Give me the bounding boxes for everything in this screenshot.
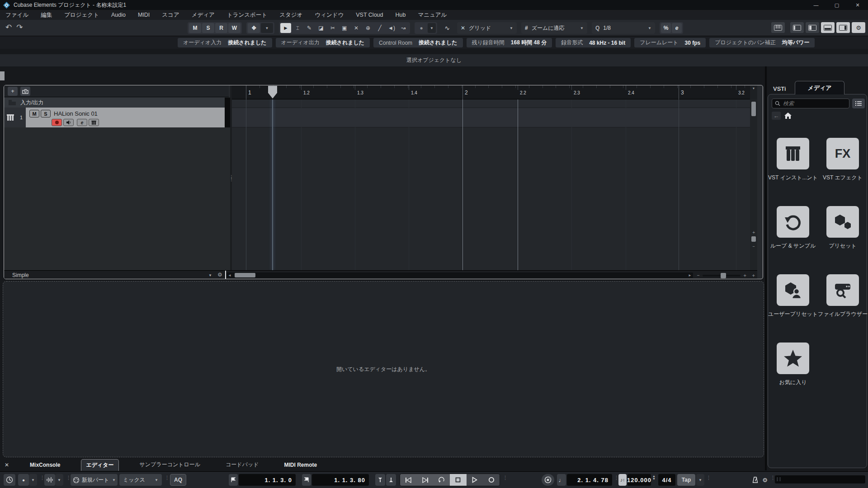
tool-color[interactable]: ↝ — [398, 23, 409, 33]
tool-mute[interactable]: ✕ — [351, 23, 362, 33]
preset-dropdown-caret[interactable]: ▼ — [208, 273, 212, 277]
menu-item-6[interactable]: メディア — [192, 11, 215, 19]
folder-track-row[interactable]: 入力/出力 — [4, 98, 225, 108]
menu-item-11[interactable]: Hub — [396, 12, 406, 18]
tool-line[interactable]: ╱ — [374, 23, 385, 33]
record-mode-dropdown[interactable]: ▼ — [29, 474, 37, 486]
info-chip-1[interactable]: オーディオ出力接続されました — [276, 38, 370, 47]
tool-erase[interactable]: ◪ — [316, 23, 326, 33]
info-chip-4[interactable]: 録音形式48 kHz - 16 bit — [556, 38, 631, 47]
left-divider-handle[interactable] — [0, 71, 5, 80]
snap-icon[interactable]: ✕ — [461, 25, 465, 31]
tempo-track-toggle-icon[interactable]: ♪↕ — [618, 474, 627, 486]
tool-play[interactable]: ◄) — [386, 23, 397, 33]
tempo-dropdown[interactable]: ▼ — [696, 474, 704, 486]
info-chip-3[interactable]: 残り録音時間168 時間 48 分 — [467, 38, 552, 47]
monitor-button[interactable] — [63, 119, 74, 126]
automation-m-button[interactable]: M — [189, 23, 201, 33]
lower-zone-tab-4[interactable]: MIDI Remote — [279, 460, 321, 470]
horizontal-zoom-controls[interactable]: － ＋ — [696, 272, 747, 279]
track-list-empty-area[interactable] — [4, 127, 230, 270]
tool-draw[interactable]: ✎ — [304, 23, 315, 33]
midi-record-mode-dropdown[interactable]: 新規パート ▼ — [71, 474, 118, 486]
media-home-icon[interactable] — [784, 113, 792, 119]
left-locator-display[interactable]: 1. 1. 3. 0 — [239, 474, 296, 486]
track-mute-button[interactable]: M — [29, 110, 39, 117]
track-setup-gear-icon[interactable]: ⚙ — [217, 272, 222, 278]
tool-glue[interactable]: ▣ — [339, 23, 350, 33]
setup-toolbar-gear-icon[interactable]: ⚙ — [852, 22, 865, 33]
horizontal-zoom-knob[interactable] — [721, 273, 726, 278]
tab-media[interactable]: メディア — [795, 81, 844, 94]
tap-tempo-button[interactable]: Tap — [677, 474, 695, 486]
tempo-spinner[interactable]: ▲▼ — [652, 475, 656, 480]
cycle-button[interactable] — [433, 474, 450, 486]
menu-item-3[interactable]: Audio — [111, 12, 126, 18]
media-tile-user-preset[interactable] — [777, 274, 809, 306]
playhead-marker[interactable] — [268, 86, 277, 99]
tool-range-selection[interactable]: ⌶ — [292, 23, 303, 33]
instrument-track-lane[interactable] — [232, 108, 750, 127]
menu-item-8[interactable]: スタジオ — [279, 11, 302, 19]
go-to-previous-marker-button[interactable] — [400, 474, 417, 486]
automation-w-button[interactable]: W — [228, 23, 241, 33]
instrument-icon[interactable] — [89, 119, 99, 126]
lower-zone-tab-1[interactable]: エディター — [81, 459, 118, 471]
auto-quantize-button[interactable]: AQ — [170, 474, 186, 486]
close-button[interactable]: ✕ — [847, 0, 868, 10]
zoom-out-icon[interactable]: － — [696, 272, 701, 279]
timeline-ruler[interactable]: 11.21.31.422.22.32.433.2 — [232, 85, 750, 99]
track-preset-selector[interactable]: Simple — [12, 272, 29, 278]
record-mode-icon[interactable]: ● — [18, 474, 29, 486]
right-locator-display[interactable]: 1. 1. 3. 80 — [312, 474, 369, 486]
lower-zone-editor[interactable]: 開いているエディターはありません。 — [3, 281, 764, 457]
vertical-scrollbar[interactable]: ＋－ — [750, 99, 757, 270]
toggle-inspector-button[interactable] — [806, 22, 819, 33]
media-tile-favorites[interactable] — [777, 343, 809, 374]
record-button[interactable] — [483, 474, 500, 486]
menu-item-2[interactable]: プロジェクト — [64, 11, 99, 19]
color-menu-button[interactable]: ● — [416, 23, 427, 33]
time-format-note-icon[interactable]: ♩ — [557, 474, 566, 486]
punch-in-button[interactable] — [375, 474, 385, 486]
vertical-zoom-controls[interactable]: ＋－ — [750, 229, 757, 249]
horizontal-scroll-thumb[interactable] — [235, 273, 255, 277]
track-color-strip[interactable] — [225, 98, 230, 127]
toggle-right-zone-button[interactable] — [836, 22, 850, 33]
tool-zoom[interactable]: ⊕ — [363, 23, 373, 33]
horizontal-scrollbar[interactable]: ◄ ► — [226, 272, 693, 278]
media-search-box[interactable] — [772, 99, 849, 108]
info-chip-5[interactable]: フレームレート30 fps — [634, 38, 706, 47]
add-track-button[interactable]: + — [8, 87, 18, 96]
track-solo-button[interactable]: S — [41, 110, 51, 117]
zoom-fit-dropdown[interactable]: # ズームに適応 ▼ — [521, 22, 587, 34]
info-chip-2[interactable]: Control Room接続されました — [373, 38, 462, 47]
menu-item-4[interactable]: MIDI — [138, 12, 150, 18]
play-button[interactable] — [467, 474, 483, 486]
toggle-lower-zone-button[interactable] — [821, 22, 835, 33]
undo-icon[interactable]: ↶ — [5, 23, 12, 32]
menu-item-0[interactable]: ファイル — [5, 11, 28, 19]
quantize-dropdown[interactable]: Q 1/8 ▼ — [592, 22, 655, 34]
maximize-button[interactable]: ▢ — [826, 0, 847, 10]
use-track-preset-button[interactable] — [20, 87, 30, 96]
metronome-setup-gear-icon[interactable]: ⚙ — [760, 474, 769, 486]
lower-zone-tab-3[interactable]: コードパッド — [221, 459, 263, 470]
lower-zone-tab-0[interactable]: MixConsole — [25, 460, 65, 470]
info-chip-0[interactable]: オーディオ入力接続されました — [178, 38, 272, 47]
vertical-scroll-thumb[interactable] — [751, 102, 756, 116]
media-list-view-button[interactable] — [852, 99, 865, 108]
menu-item-5[interactable]: スコア — [162, 11, 179, 19]
event-display-area[interactable] — [232, 99, 750, 270]
quantize-panel-button[interactable]: e — [672, 23, 682, 33]
media-search-input[interactable] — [783, 100, 842, 107]
ruler-options-icon[interactable]: ▼ — [750, 85, 757, 99]
menu-item-1[interactable]: 編集 — [41, 11, 52, 19]
workspace-keyboard-icon[interactable] — [771, 22, 785, 33]
tab-vsti[interactable]: VSTi — [773, 85, 786, 92]
time-signature-display[interactable]: 4/4 — [658, 474, 675, 486]
lower-zone-tab-2[interactable]: サンプラーコントロール — [135, 459, 205, 470]
stop-button[interactable] — [450, 474, 467, 486]
jog-shuttle-icon[interactable] — [542, 474, 554, 486]
tool-split[interactable]: ✂ — [327, 23, 338, 33]
